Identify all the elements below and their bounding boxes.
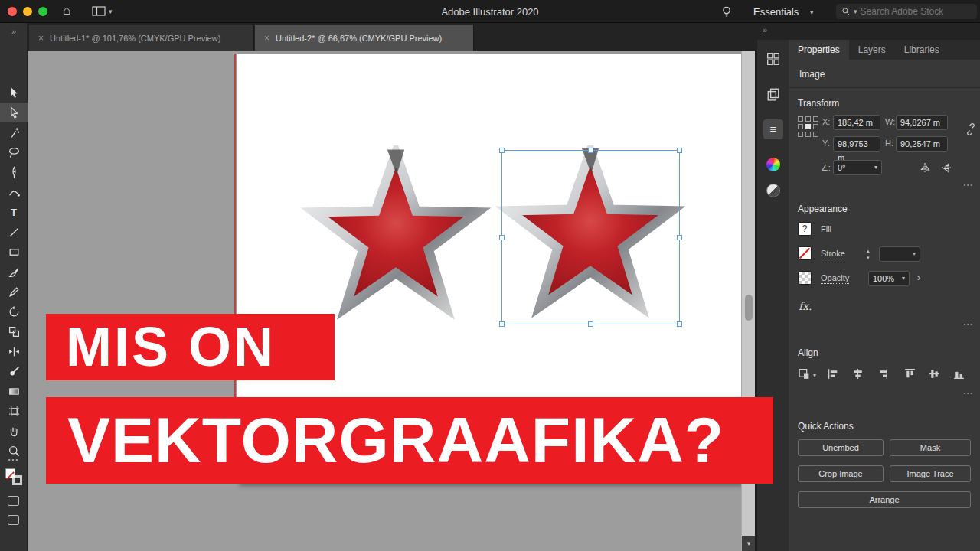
opacity-value: 100% [873,272,894,285]
star-left[interactable] [314,150,477,308]
document-tabbar: × Untitled-1* @ 101,76% (CMYK/GPU Previe… [28,23,756,51]
gradient-panel-icon[interactable] [757,184,789,197]
tool-pencil[interactable] [0,282,28,302]
stepper-up-icon[interactable]: ▴ [867,247,870,254]
handle-e[interactable] [677,235,682,240]
tool-line-segment[interactable] [0,222,28,242]
mask-button[interactable]: Mask [890,439,971,456]
effects-fx-button[interactable]: fx. [799,300,812,312]
handle-ne[interactable] [677,148,682,153]
app-window: ⌂ ▾ Adobe Illustrator 2020 Essentials ▾ … [0,0,980,551]
x-input[interactable]: 185,42 m [833,115,880,130]
flip-horizontal-icon[interactable] [919,161,931,174]
handle-n[interactable] [588,148,593,153]
arrange-button[interactable]: Arrange [798,491,971,508]
close-icon[interactable]: × [38,33,44,44]
scale-tool-icon [8,325,21,338]
close-icon[interactable]: × [264,33,270,44]
flip-vertical-icon[interactable] [940,161,952,174]
selection-bounding-box[interactable] [501,150,680,324]
image-trace-button[interactable]: Image Trace [890,465,971,482]
handle-s[interactable] [588,321,593,327]
scroll-down-button[interactable]: ▾ [742,536,755,551]
align-horizontal-center-icon[interactable] [851,367,864,380]
opacity-swatch[interactable] [798,271,812,285]
align-left-icon[interactable] [827,367,840,380]
tool-eyedropper[interactable] [0,361,28,381]
workspace-switcher[interactable]: Essentials [753,6,799,18]
crop-image-button[interactable]: Crop Image [798,465,884,482]
tool-rectangle[interactable] [0,242,28,262]
color-panel-icon[interactable] [757,158,789,171]
pages-panel-icon[interactable] [757,87,789,101]
more-appearance-options-icon[interactable]: ••• [964,321,974,327]
y-input[interactable]: 98,9753 m [833,136,880,152]
handle-nw[interactable] [499,148,505,153]
handle-se[interactable] [677,321,682,327]
reference-point-locator[interactable] [798,116,818,137]
tab-properties[interactable]: Properties [789,40,849,60]
tab-layers[interactable]: Layers [849,40,895,60]
tool-direct-selection[interactable] [0,103,28,122]
rotation-dropdown[interactable]: 0° ▾ [833,160,882,175]
tool-artboard[interactable] [0,401,28,421]
align-to-icon[interactable] [798,367,811,380]
tool-lasso[interactable] [0,142,28,162]
direct-selection-tool-icon [8,106,21,119]
draw-mode-icon[interactable] [8,496,19,506]
tool-curvature[interactable] [0,182,28,202]
collapse-toolbar-icon[interactable]: » [0,27,28,36]
search-input[interactable] [861,6,972,17]
document-tab-1[interactable]: × Untitled-1* @ 101,76% (CMYK/GPU Previe… [29,25,254,51]
stroke-weight-stepper[interactable]: ▴ ▾ [867,247,870,261]
align-top-icon[interactable] [903,367,916,380]
tool-scale[interactable] [0,321,28,341]
window-title: Adobe Illustrator 2020 [0,6,980,18]
align-bottom-icon[interactable] [952,367,965,380]
more-transform-options-icon[interactable]: ••• [964,182,974,187]
document-tab-2[interactable]: × Untitled-2* @ 66,67% (CMYK/GPU Preview… [255,25,474,51]
tool-rotate[interactable] [0,302,28,321]
screen-mode-icon[interactable] [8,515,19,525]
opacity-label[interactable]: Opacity [821,273,849,282]
tab-libraries[interactable]: Libraries [895,40,949,60]
properties-panel-icon[interactable]: ≡ [757,119,789,139]
more-align-options-icon[interactable]: ••• [964,390,974,396]
chevron-down-icon: ▾ [874,161,877,174]
tool-selection[interactable] [0,83,28,103]
stroke-label[interactable]: Stroke [821,249,845,258]
handle-w[interactable] [499,235,505,240]
height-input[interactable]: 90,2547 m [896,136,948,152]
collapse-panels-icon[interactable]: » [763,25,767,34]
tool-hand[interactable] [0,421,28,441]
link-dimensions-icon[interactable] [965,122,977,135]
tool-gradient[interactable] [0,381,28,401]
stroke-swatch[interactable] [798,246,812,260]
stepper-down-icon[interactable]: ▾ [867,254,870,261]
stroke-weight-dropdown[interactable]: ▾ [879,246,920,262]
unembed-button[interactable]: Unembed [798,439,884,456]
tool-width[interactable] [0,341,28,361]
rotate-angle-icon: ∠: [821,163,831,173]
opacity-options-chevron-icon[interactable]: › [917,272,920,283]
opacity-dropdown[interactable]: 100% ▾ [868,271,910,286]
tool-magic-wand[interactable] [0,122,28,142]
align-right-icon[interactable] [876,367,889,380]
tool-paintbrush[interactable] [0,262,28,282]
fill-label[interactable]: Fill [821,224,831,233]
width-input[interactable]: 94,8267 m [896,115,948,130]
fill-color-swatch[interactable] [5,468,15,478]
magic-wand-tool-icon [8,126,21,139]
scrollbar-thumb[interactable] [745,295,753,321]
x-label: X: [822,117,830,126]
tool-pen[interactable] [0,162,28,182]
align-vertical-center-icon[interactable] [928,367,941,380]
lightbulb-icon[interactable] [720,5,733,18]
artboards-panel-icon[interactable] [757,52,789,66]
fill-swatch[interactable]: ? [798,222,812,236]
rotate-tool-icon [8,305,21,318]
handle-sw[interactable] [499,321,505,327]
chevron-down-icon: ▾ [854,8,858,15]
edit-toolbar-icon[interactable]: ••• [0,456,28,463]
tool-type[interactable]: T [0,202,28,222]
